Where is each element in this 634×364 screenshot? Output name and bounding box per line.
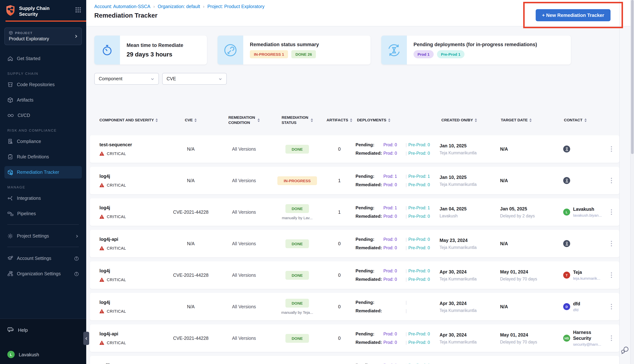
table-row[interactable]: log4j CRITICAL CVE-2021-44228 All Versio…	[90, 198, 619, 226]
severity: CRITICAL	[99, 278, 163, 282]
chat-bubbles-icon[interactable]	[620, 346, 629, 354]
help-button[interactable]: ? Help	[7, 327, 79, 333]
component-cell: log4j CRITICAL	[90, 174, 163, 187]
divider	[7, 247, 79, 247]
content-edge-divider	[619, 0, 620, 364]
section-supply-chain: SUPPLY CHAIN	[7, 72, 79, 76]
prod-count: Prod: 0	[383, 269, 404, 273]
prod-count: Prod: 0	[383, 277, 404, 282]
contact-email: lavakush.biyan...	[573, 213, 602, 218]
component-filter-dropdown[interactable]: Component	[94, 73, 159, 85]
column-header-remediation-status[interactable]: REMEDIATION STATUS	[270, 115, 325, 125]
table-row[interactable]: log4j CRITICAL CVE-2021-44228 All Versio…	[90, 261, 619, 289]
scrollbar-thumb[interactable]	[631, 0, 634, 154]
kebab-menu-icon[interactable]	[609, 333, 614, 344]
component-name: log4j	[99, 300, 163, 305]
breadcrumb-organization[interactable]: Organization: default	[158, 4, 200, 9]
remediated-deployments: Remediated: Prod: 0 | Pre-Prod: 0	[356, 340, 435, 345]
vertical-scrollbar[interactable]	[630, 0, 634, 364]
row-actions	[603, 270, 619, 280]
cve-cell: CVE-2021-44228	[163, 272, 218, 278]
sidebar-item-cicd[interactable]: CI/CD	[5, 109, 82, 122]
row-actions	[603, 333, 619, 344]
sidebar-item-artifacts[interactable]: Artifacts	[5, 94, 82, 106]
target-date-cell: Jan 05, 2025 Delayed by 2 days	[497, 206, 559, 218]
prod-count: Prod: 0	[383, 142, 404, 147]
sidebar-collapse-handle[interactable]	[83, 332, 89, 345]
kebab-menu-icon[interactable]	[609, 302, 614, 312]
remediation-status-cell: DONE manually by Lav...	[270, 204, 325, 220]
remediation-condition-cell: All Versions	[218, 336, 270, 341]
created-by: Teja Kummarikuntla	[440, 276, 497, 281]
pending-deployments-title: Pending deployments (for in-progress rem…	[414, 42, 537, 47]
app-switcher-grid-icon[interactable]	[75, 5, 81, 13]
contact-email: security@harn...	[573, 342, 603, 346]
new-remediation-tracker-button[interactable]: + New Remediation Tracker	[536, 9, 610, 21]
table-row[interactable]: xz-libs DONE Pending: Prod: 0 | Pre-Prod…	[90, 356, 619, 364]
critical-warning-icon	[99, 183, 104, 187]
sidebar-item-integrations[interactable]: Integrations	[5, 192, 82, 204]
sidebar-item-organization-settings[interactable]: Organization Settings	[5, 268, 82, 280]
sidebar-item-project-settings[interactable]: Project Settings	[5, 230, 82, 242]
kebab-menu-icon[interactable]	[609, 238, 614, 249]
sidebar-item-compliance[interactable]: Compliance	[5, 135, 82, 148]
column-header-contact[interactable]: CONTACT	[559, 118, 603, 122]
cve-filter-dropdown[interactable]: CVE	[162, 73, 227, 85]
info-icon[interactable]	[74, 256, 79, 261]
table-row[interactable]: test-sequencer CRITICAL N/A All Versions…	[90, 135, 619, 163]
contact-cell	[559, 177, 603, 184]
pending-deployments: Pending: |	[356, 300, 435, 305]
prod-count: Prod: 1	[383, 174, 404, 178]
status-summary-card: Remediation status summary IN-PROGRESS 1…	[218, 36, 371, 64]
table-row[interactable]: log4j CRITICAL N/A All Versions DONE man…	[90, 293, 619, 320]
table-row[interactable]: log4j-api CRITICAL N/A All Versions DONE…	[90, 230, 619, 257]
integrations-icon	[7, 196, 13, 201]
pending-deployments: Pending: Prod: 0 | Pre-Prod: 0	[356, 363, 435, 364]
layers-gear-icon	[7, 256, 13, 261]
sidebar-item-pipelines[interactable]: Pipelines	[5, 208, 82, 220]
sidebar-item-code-repositories[interactable]: Code Repositories	[5, 78, 82, 91]
prod-count: Prod: 0	[383, 246, 404, 250]
created-by: Teja Kummarikuntla	[440, 308, 497, 312]
column-header-artifacts[interactable]: ARTIFACTS	[325, 118, 354, 122]
artifacts-cell: 0	[325, 304, 354, 309]
project-label: PROJECT	[15, 31, 33, 35]
breadcrumb-project[interactable]: Project: Product Exploratory	[207, 4, 264, 9]
user-menu[interactable]: L Lavakush	[7, 351, 79, 358]
table-row[interactable]: log4j CRITICAL N/A All Versions IN-PROGR…	[90, 167, 619, 194]
info-icon[interactable]	[74, 272, 79, 276]
cve-cell: N/A	[163, 146, 218, 152]
kebab-menu-icon[interactable]	[609, 144, 614, 154]
target-date: N/A	[500, 146, 559, 152]
kebab-menu-icon[interactable]	[609, 270, 614, 280]
table-row[interactable]: log4j-api CRITICAL CVE-2021-44228 All Ve…	[90, 324, 619, 352]
remediation-condition-cell: All Versions	[218, 178, 270, 183]
remediation-condition-cell: All Versions	[218, 272, 270, 278]
sidebar-item-rule-definitions[interactable]: Rule Definitions	[5, 151, 82, 163]
sidebar-item-remediation-tracker[interactable]: Remediation Tracker	[5, 166, 82, 178]
column-header-created[interactable]: CREATED ON/BY	[435, 118, 497, 122]
breadcrumb-account[interactable]: Account: Automation-SSCA	[94, 4, 150, 9]
target-note: Delayed by 70 days	[500, 340, 559, 344]
column-header-cve[interactable]: CVE	[163, 118, 218, 122]
project-selector[interactable]: PROJECT Product Exploratory	[5, 28, 82, 45]
kebab-menu-icon[interactable]	[609, 207, 614, 217]
contact-name: Lavakush	[573, 206, 602, 212]
column-header-component[interactable]: COMPONENT AND SEVERITY	[90, 118, 163, 122]
divider	[7, 224, 79, 225]
column-header-deployments[interactable]: DEPLOYMENTS	[354, 118, 435, 122]
cve-cell: CVE-2021-44228	[163, 336, 218, 341]
prod-count: Prod: 0	[383, 214, 404, 218]
kebab-menu-icon[interactable]	[609, 176, 614, 186]
sort-icon	[529, 118, 532, 122]
column-header-remediation-condition[interactable]: REMEDIATION CONDITION	[218, 115, 270, 125]
status-badge: DONE	[285, 271, 309, 280]
component-name: log4j	[99, 268, 163, 274]
artifacts-cell: 0	[325, 272, 354, 278]
created-date: Apr 30, 2024	[440, 332, 497, 338]
sidebar-item-account-settings[interactable]: Account Settings	[5, 252, 82, 265]
filter-bar: Component CVE	[94, 73, 634, 85]
sidebar-item-get-started[interactable]: Get Started	[5, 52, 82, 65]
contact-name: Harness Security	[573, 330, 603, 342]
column-header-target-date[interactable]: TARGET DATE	[497, 118, 559, 122]
